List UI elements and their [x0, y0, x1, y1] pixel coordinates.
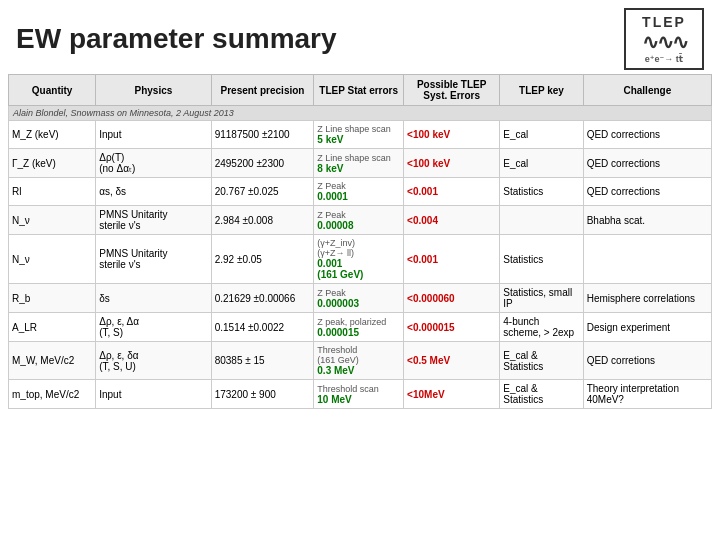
cell-challenge: Bhabha scat.	[583, 206, 711, 235]
cell-key: Statistics	[500, 235, 583, 284]
cell-possible: <0.004	[404, 206, 500, 235]
col-header-possible: Possible TLEP Syst. Errors	[404, 75, 500, 106]
table-header-row: Quantity Physics Present precision TLEP …	[9, 75, 712, 106]
col-header-key: TLEP key	[500, 75, 583, 106]
table-subheader-row: Alain Blondel, Snowmass on Minnesota, 2 …	[9, 106, 712, 121]
cell-possible: <0.000015	[404, 313, 500, 342]
table-row: R_bδs0.21629 ±0.00066Z Peak0.000003<0.00…	[9, 284, 712, 313]
cell-tlep-stat: Threshold scan10 MeV	[314, 380, 404, 409]
cell-key: E_cal & Statistics	[500, 342, 583, 380]
cell-present: 0.21629 ±0.00066	[211, 284, 314, 313]
cell-tlep-stat: Z peak, polarized0.000015	[314, 313, 404, 342]
cell-physics: Δρ(T)(no Δαₜ)	[96, 149, 211, 178]
cell-tlep-stat: Z Peak0.0001	[314, 178, 404, 206]
table-row: N_νPMNS Unitaritysterile ν's2.92 ±0.05(γ…	[9, 235, 712, 284]
cell-physics: Δρ, ε, δα(T, S, U)	[96, 342, 211, 380]
cell-possible: <10MeV	[404, 380, 500, 409]
cell-quantity: M_Z (keV)	[9, 121, 96, 149]
cell-key: Statistics	[500, 178, 583, 206]
cell-physics: αs, δs	[96, 178, 211, 206]
cell-possible: <0.001	[404, 235, 500, 284]
ew-parameter-table: Quantity Physics Present precision TLEP …	[8, 74, 712, 409]
cell-quantity: A_LR	[9, 313, 96, 342]
table-row: Γ_Z (keV)Δρ(T)(no Δαₜ)2495200 ±2300Z Lin…	[9, 149, 712, 178]
table-row: Rlαs, δs20.767 ±0.025Z Peak0.0001<0.001S…	[9, 178, 712, 206]
cell-quantity: Γ_Z (keV)	[9, 149, 96, 178]
logo-wave: ∿∿∿	[642, 30, 687, 54]
cell-present: 2.984 ±0.008	[211, 206, 314, 235]
cell-physics: δs	[96, 284, 211, 313]
cell-tlep-stat: Threshold(161 GeV)0.3 MeV	[314, 342, 404, 380]
cell-physics: Input	[96, 380, 211, 409]
cell-challenge: QED corrections	[583, 149, 711, 178]
table-row: N_νPMNS Unitaritysterile ν's2.984 ±0.008…	[9, 206, 712, 235]
cell-key: E_cal	[500, 149, 583, 178]
cell-tlep-stat: Z Line shape scan8 keV	[314, 149, 404, 178]
page-title: EW parameter summary	[16, 23, 337, 55]
cell-present: 91187500 ±2100	[211, 121, 314, 149]
cell-physics: PMNS Unitaritysterile ν's	[96, 235, 211, 284]
cell-possible: <100 keV	[404, 121, 500, 149]
cell-possible: <100 keV	[404, 149, 500, 178]
cell-tlep-stat: (γ+Z_inv)(γ+Z→ ll)0.001(161 GeV)	[314, 235, 404, 284]
cell-challenge: Theory interpretation 40MeV?	[583, 380, 711, 409]
cell-quantity: m_top, MeV/c2	[9, 380, 96, 409]
cell-present: 173200 ± 900	[211, 380, 314, 409]
cell-quantity: N_ν	[9, 206, 96, 235]
col-header-tlep-stat: TLEP Stat errors	[314, 75, 404, 106]
cell-quantity: M_W, MeV/c2	[9, 342, 96, 380]
table-row: A_LRΔρ, ε, Δα(T, S)0.1514 ±0.0022Z peak,…	[9, 313, 712, 342]
table-row: m_top, MeV/c2Input173200 ± 900Threshold …	[9, 380, 712, 409]
cell-key: E_cal & Statistics	[500, 380, 583, 409]
cell-key: 4-bunch scheme, > 2exp	[500, 313, 583, 342]
cell-present: 2495200 ±2300	[211, 149, 314, 178]
table-container: Quantity Physics Present precision TLEP …	[0, 74, 720, 417]
cell-physics: Δρ, ε, Δα(T, S)	[96, 313, 211, 342]
cell-key: Statistics, small IP	[500, 284, 583, 313]
cell-tlep-stat: Z Peak0.00008	[314, 206, 404, 235]
cell-challenge: QED corrections	[583, 121, 711, 149]
cell-physics: PMNS Unitaritysterile ν's	[96, 206, 211, 235]
page-header: EW parameter summary TLEP ∿∿∿ e⁺e⁻→ tt̄	[0, 0, 720, 74]
table-row: M_W, MeV/c2Δρ, ε, δα(T, S, U)80385 ± 15T…	[9, 342, 712, 380]
cell-quantity: Rl	[9, 178, 96, 206]
logo-label: TLEP	[642, 14, 686, 30]
cell-possible: <0.001	[404, 178, 500, 206]
cell-key: E_cal	[500, 121, 583, 149]
cell-challenge: Hemisphere correlations	[583, 284, 711, 313]
cell-present: 0.1514 ±0.0022	[211, 313, 314, 342]
cell-quantity: R_b	[9, 284, 96, 313]
col-header-present: Present precision	[211, 75, 314, 106]
cell-physics: Input	[96, 121, 211, 149]
cell-possible: <0.5 MeV	[404, 342, 500, 380]
cell-challenge	[583, 235, 711, 284]
col-header-physics: Physics	[96, 75, 211, 106]
cell-challenge: QED corretions	[583, 342, 711, 380]
cell-present: 2.92 ±0.05	[211, 235, 314, 284]
col-header-challenge: Challenge	[583, 75, 711, 106]
col-header-quantity: Quantity	[9, 75, 96, 106]
cell-possible: <0.000060	[404, 284, 500, 313]
tlep-logo: TLEP ∿∿∿ e⁺e⁻→ tt̄	[624, 8, 704, 70]
cell-challenge: QED corrections	[583, 178, 711, 206]
cell-tlep-stat: Z Peak0.000003	[314, 284, 404, 313]
cell-key	[500, 206, 583, 235]
cell-present: 80385 ± 15	[211, 342, 314, 380]
cell-quantity: N_ν	[9, 235, 96, 284]
table-body: Alain Blondel, Snowmass on Minnesota, 2 …	[9, 106, 712, 409]
cell-present: 20.767 ±0.025	[211, 178, 314, 206]
cell-tlep-stat: Z Line shape scan5 keV	[314, 121, 404, 149]
logo-subtitle: e⁺e⁻→ tt̄	[645, 54, 683, 64]
table-row: M_Z (keV)Input91187500 ±2100Z Line shape…	[9, 121, 712, 149]
cell-challenge: Design experiment	[583, 313, 711, 342]
